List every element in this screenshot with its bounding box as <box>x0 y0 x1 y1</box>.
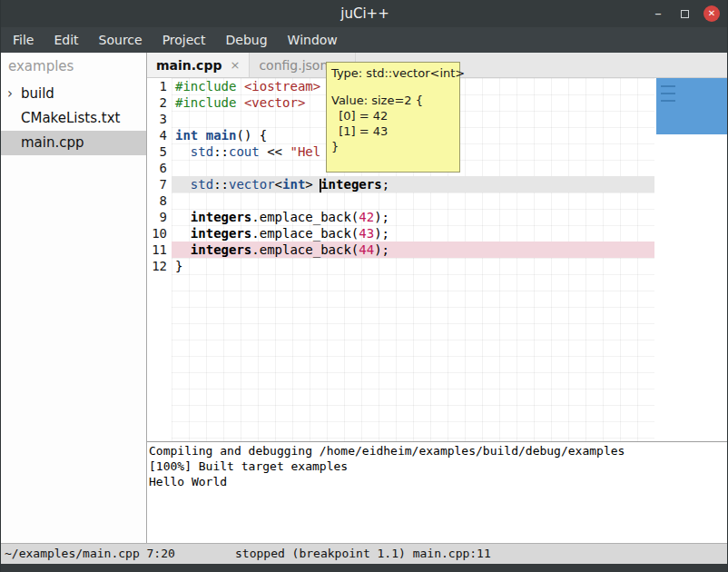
debug-status: stopped (breakpoint 1.1) main.cpp:11 <box>235 544 491 564</box>
scrollbar-overview-thumb[interactable] <box>656 78 727 134</box>
project-name-header: examples <box>1 53 146 82</box>
code-line[interactable]: std::vector<int> integers; <box>172 176 654 192</box>
code-token: int <box>175 128 198 143</box>
line-number: 6 <box>147 160 172 176</box>
code-token: :: <box>213 144 229 159</box>
tab-main-cpp[interactable]: main.cpp× <box>147 53 250 77</box>
menu-item-project[interactable]: Project <box>152 27 216 53</box>
code-token: > <box>305 177 320 192</box>
code-token: integers <box>320 177 381 192</box>
menu-item-debug[interactable]: Debug <box>216 27 278 53</box>
status-bar: ~/examples/main.cpp 7:20 stopped (breakp… <box>1 543 728 564</box>
tab-label: config.json <box>259 58 328 73</box>
maximize-icon[interactable] <box>681 10 689 18</box>
code-token <box>236 79 243 94</box>
expander-icon[interactable]: › <box>7 82 13 106</box>
tooltip-value-line: [0] = 42 <box>331 108 455 123</box>
tooltip-type-line: Type: std::vector<int> <box>331 65 455 81</box>
debug-value-tooltip: Type: std::vector<int> Value: size=2 { [… <box>326 62 460 173</box>
line-number-gutter[interactable]: 123456789101112 <box>147 78 172 441</box>
code-token: "Hel <box>290 144 320 159</box>
code-token: #include <box>175 79 236 94</box>
code-token: .emplace_back( <box>251 242 359 257</box>
tree-item-main-cpp[interactable]: main.cpp <box>1 131 146 155</box>
tree-item-label: CMakeLists.txt <box>21 110 120 126</box>
menu-item-window[interactable]: Window <box>278 27 348 53</box>
minimap-line-mark <box>661 93 675 94</box>
code-token <box>236 95 243 110</box>
editor-overview-strip <box>654 78 728 441</box>
cursor-location-status: ~/examples/main.cpp 7:20 <box>5 544 175 564</box>
tree-item-label: build <box>21 85 54 102</box>
code-token <box>198 128 205 143</box>
code-token: vector <box>229 177 275 192</box>
code-token: integers <box>191 210 251 224</box>
menu-item-file[interactable]: File <box>3 27 44 53</box>
tree-item-build[interactable]: ›build <box>1 82 146 106</box>
window-bottom-edge <box>1 564 728 572</box>
line-number: 12 <box>147 258 172 274</box>
code-line[interactable]: integers.emplace_back(43); <box>172 225 654 242</box>
line-number: 2 <box>147 94 172 111</box>
minimap-line-mark <box>661 85 675 87</box>
tree-item-label: main.cpp <box>21 134 84 151</box>
code-token: 42 <box>359 210 374 224</box>
line-number: 11 <box>147 242 172 258</box>
line-number: 1 <box>147 78 172 94</box>
code-token: integers <box>191 226 251 241</box>
code-token: <iostream> <box>244 79 320 94</box>
line-number: 9 <box>147 209 172 225</box>
menu-bar: FileEditSourceProjectDebugWindow <box>1 27 728 53</box>
window-controls: – ✕ <box>650 0 720 27</box>
code-token: () { <box>236 128 267 143</box>
tooltip-value-line: Value: size=2 { <box>331 93 455 108</box>
code-token: } <box>175 259 182 273</box>
code-token: << <box>260 144 290 159</box>
line-number: 4 <box>147 127 172 143</box>
code-token: 44 <box>359 242 374 257</box>
code-token: ; <box>382 177 389 192</box>
terminal-line: Hello World <box>149 474 728 489</box>
line-number: 5 <box>147 143 172 160</box>
file-tree: ›buildCMakeLists.txtmain.cpp <box>1 82 146 155</box>
title-bar[interactable]: juCi++ – ✕ <box>1 0 728 27</box>
code-token <box>175 144 191 159</box>
code-token <box>175 242 191 257</box>
code-token: int <box>282 177 305 192</box>
code-token <box>175 177 191 192</box>
menu-item-edit[interactable]: Edit <box>44 27 88 53</box>
code-line[interactable]: integers.emplace_back(42); <box>172 209 654 225</box>
line-number: 8 <box>147 192 172 209</box>
terminal-line: Compiling and debugging /home/eidheim/ex… <box>149 443 728 459</box>
menu-item-source[interactable]: Source <box>89 27 152 53</box>
tree-item-cmakelists-txt[interactable]: CMakeLists.txt <box>1 106 146 131</box>
code-token: #include <box>175 95 236 110</box>
tooltip-value-line: [1] = 43 <box>331 123 455 139</box>
window-title: juCi++ <box>340 5 389 22</box>
code-token: .emplace_back( <box>251 210 359 224</box>
terminal-output[interactable]: Compiling and debugging /home/eidheim/ex… <box>147 442 728 543</box>
terminal-line: [100%] Built target examples <box>149 459 728 474</box>
tooltip-value-block: Value: size=2 { [0] = 42 [1] = 43} <box>331 93 455 154</box>
code-line[interactable]: } <box>172 258 654 274</box>
code-token: ); <box>374 242 389 257</box>
minimap-line-mark <box>661 100 675 102</box>
file-tree-sidebar: examples ›buildCMakeLists.txtmain.cpp <box>1 53 146 543</box>
code-token: std <box>191 144 213 159</box>
code-token: 43 <box>359 226 374 241</box>
minimize-icon[interactable]: – <box>650 5 666 22</box>
code-line[interactable]: integers.emplace_back(44); <box>172 242 654 258</box>
code-token: cout <box>229 144 260 159</box>
line-number: 7 <box>147 176 172 192</box>
code-line[interactable] <box>172 192 654 209</box>
code-token <box>175 210 191 224</box>
code-token <box>175 226 191 241</box>
close-icon[interactable]: ✕ <box>703 5 720 22</box>
tab-close-icon[interactable]: × <box>230 58 240 72</box>
tooltip-value-line: } <box>331 139 455 154</box>
line-number: 10 <box>147 225 172 242</box>
code-token: ); <box>374 210 389 224</box>
code-token: main <box>206 128 237 143</box>
line-number: 3 <box>147 111 172 127</box>
code-token: std <box>191 177 213 192</box>
